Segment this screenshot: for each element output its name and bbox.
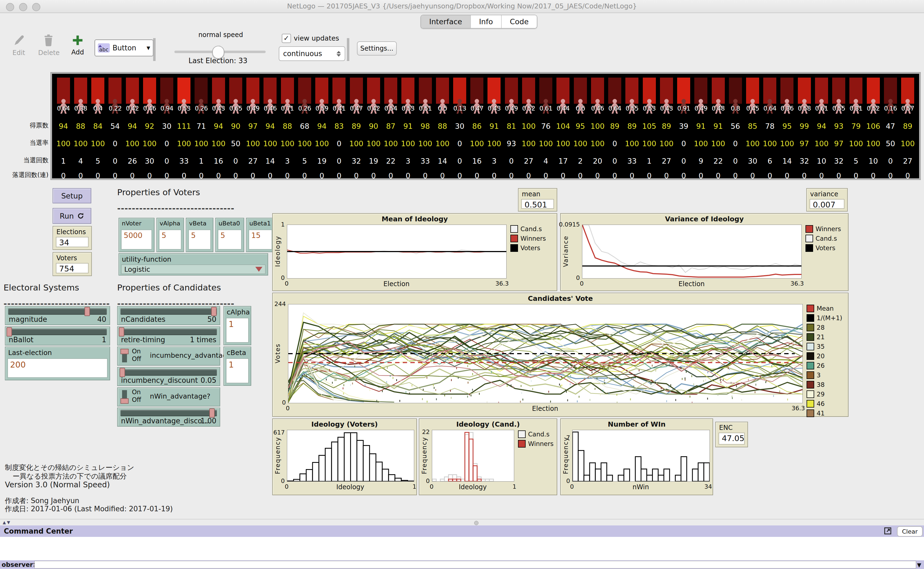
votes-value: 78 [765,122,775,131]
win-count-value: 32 [834,157,843,165]
clear-button[interactable]: Clear [897,526,922,537]
input-value[interactable]: 15 [249,230,272,250]
calpha-input[interactable]: cAlpha1 [223,306,251,345]
win-rate-value: 93 [507,139,516,148]
slider-handle[interactable] [211,307,217,316]
slider-track[interactable] [8,308,107,315]
divider-grip[interactable] [474,521,479,525]
add-widget-button[interactable]: Add [68,34,87,56]
votes-value: 91 [696,122,706,131]
win-rate-value: 100 [435,139,450,148]
nwin-advantage-discount-slider[interactable]: nWin_advantage_disco...1.00 [117,408,220,427]
legend-label: Cand.s [520,225,542,233]
incumbency-discount-slider[interactable]: incumbency_discount0.05 [117,367,220,386]
slider-track[interactable] [120,410,217,416]
slider-handle[interactable] [84,307,90,316]
nwin-advantage-switch[interactable]: OnOffnWin_advantage? [117,387,220,406]
input-value[interactable]: 5 [159,230,181,250]
loss-streak-value: 0 [113,172,117,180]
legend-label: Cand.s [816,235,837,242]
legend-label: 20 [817,353,825,360]
votes-value: 94 [214,122,223,131]
y-tick: 244 [253,301,286,307]
update-mode-dropdown[interactable]: continuous [279,46,345,61]
slider-handle[interactable] [120,368,125,377]
win-count-value: 0 [337,157,342,165]
divider-arrows-icon[interactable]: ▲▼ [3,520,11,525]
tab-info[interactable]: Info [471,15,502,28]
win-rate-value: 100 [246,139,260,148]
votes-value: 71 [197,122,206,131]
incumbency-advantage-switch[interactable]: OnOffincumbency_advantage? [117,347,220,366]
slider-track[interactable] [8,329,107,335]
win-count-value: 33 [179,157,189,165]
slider-handle[interactable] [119,327,124,336]
slider-track[interactable] [120,329,217,335]
settings-button[interactable]: Settings... [357,41,397,56]
input-value[interactable]: 5 [189,230,210,250]
input-value[interactable]: 5 [218,230,241,250]
votes-value: 89 [662,122,671,131]
input-value[interactable]: 1 [226,359,249,383]
candidate-ideology-value: 0.26 [195,105,207,112]
slider-track[interactable] [120,369,217,376]
world-view[interactable]: 0.640.380.40.220.420.460.940.530.260.430… [51,72,921,180]
ncandidates-slider[interactable]: nCandidates50 [117,306,220,325]
win-rate-value: 100 [142,139,157,148]
win-count-value: 16 [472,157,482,165]
view-row-label: 落選回数(連) [0,170,49,179]
slider-handle[interactable] [209,408,215,418]
win-count-value: 1 [199,157,204,165]
votes-value: 89 [903,122,912,131]
edit-button[interactable]: Edit [9,33,28,56]
loss-streak-row: 0000000000000000000000000000000000000000… [55,171,916,180]
nvoter-input[interactable]: nVoter5000 [119,218,154,252]
input-value[interactable]: 5000 [121,230,152,250]
run-button[interactable]: Run [53,208,91,224]
legend-swatch [518,431,526,438]
command-center-divider[interactable]: ▲▼ [0,519,924,526]
candidate-ideology-value: 0.13 [453,105,466,112]
command-output[interactable] [0,537,924,561]
legend-item: 35 [807,343,842,350]
switch-knob[interactable] [120,349,129,354]
observer-prompt: observer> [2,561,38,568]
tab-code[interactable]: Code [502,15,537,28]
model-title-ja: 制度変化とその帰結のシミュレーション [5,463,134,472]
votes-value: 93 [834,122,843,131]
candidate-ideology-value: 0.22 [109,105,122,112]
magnitude-slider[interactable]: magnitude40 [5,306,110,325]
utility-function-chooser[interactable]: utility-function Logistic [119,253,268,275]
slider-handle[interactable] [6,327,12,336]
input-value[interactable]: 1 [226,318,249,342]
legend-item: Winners [805,225,841,233]
loss-streak-value: 0 [475,172,479,180]
mean-monitor: mean 0.501 [518,188,557,211]
expand-icon[interactable] [884,527,892,536]
vbeta-input[interactable]: vBeta5 [186,218,213,252]
view-updates-checkbox[interactable]: ✓ [282,34,291,43]
delete-button[interactable]: Delete [38,33,59,56]
ubeta0-input[interactable]: uBeta05 [215,218,244,252]
widget-type-dropdown[interactable]: abc Button ▼ [95,40,153,56]
valpha-input[interactable]: vAlpha5 [156,218,184,252]
slider-track[interactable] [120,308,217,315]
retire-timing-slider[interactable]: retire-timing1 times [117,326,220,345]
candidate-ideology-value: 0.64 [608,105,621,112]
last-election-input[interactable]: Last-election200 [5,347,110,380]
win-rate-value: 100 [487,139,502,148]
legend-item: Mean [807,305,842,312]
cbeta-input[interactable]: cBeta1 [223,347,251,386]
switch-knob[interactable] [120,398,129,404]
legend-item: Winners [510,235,546,242]
setup-button[interactable]: Setup [53,188,91,203]
loss-streak-value: 0 [440,172,445,180]
command-input[interactable] [34,561,916,569]
win-rate-value: 0 [337,139,342,148]
input-value[interactable]: 200 [8,359,107,377]
history-dropdown-icon[interactable]: ▼ [917,561,921,568]
tab-interface[interactable]: Interface [421,15,471,28]
win-count-value: 0 [457,157,462,165]
y-axis-label: Frequency [421,437,428,474]
nballot-slider[interactable]: nBallot1 [5,326,110,345]
